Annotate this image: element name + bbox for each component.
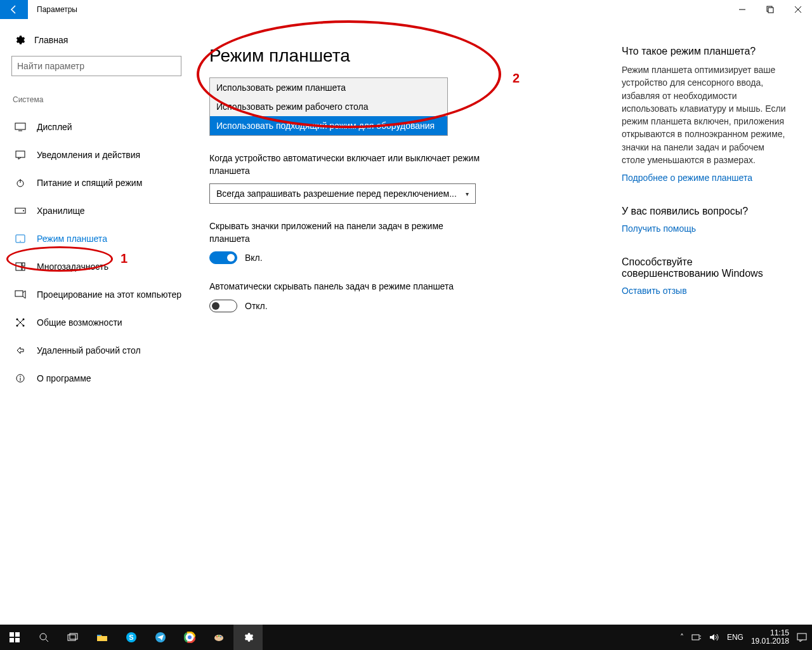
sidebar-item-storage[interactable]: Хранилище: [11, 197, 181, 225]
tablet-icon: [14, 234, 27, 243]
sidebar-item-label: Питание и спящий режим: [37, 178, 142, 188]
sidebar-item-about[interactable]: О программе: [11, 364, 181, 392]
sidebar-item-label: Хранилище: [37, 206, 85, 216]
svg-rect-16: [22, 267, 25, 270]
paint-icon[interactable]: [204, 625, 233, 650]
sidebar-item-projecting[interactable]: Проецирование на этот компьютер: [11, 281, 181, 308]
sidebar: Главная Найти параметр Система Дисплей У…: [0, 19, 190, 625]
svg-rect-27: [10, 638, 14, 642]
svg-rect-17: [15, 291, 23, 296]
info-panel: Что такое режим планшета? Режим планшета…: [622, 46, 799, 625]
close-button[interactable]: [784, 0, 812, 19]
dropdown-option-selected[interactable]: Использовать подходящий режим для оборуд…: [210, 116, 447, 135]
sidebar-item-tablet-mode[interactable]: Режим планшета: [11, 225, 181, 253]
system-tray[interactable]: ˄ ENG 11:15 19.01.2018: [680, 629, 812, 646]
svg-rect-14: [16, 263, 22, 270]
annotation-number-2: 2: [513, 71, 520, 86]
svg-line-30: [46, 639, 48, 642]
setting-label: Скрывать значки приложений на панели зад…: [209, 220, 482, 245]
info-icon: [14, 373, 27, 383]
project-icon: [14, 290, 27, 299]
maximize-button[interactable]: [756, 0, 784, 19]
sidebar-item-remote-desktop[interactable]: Удаленный рабочий стол: [11, 336, 181, 364]
settings-app-icon[interactable]: [233, 625, 263, 650]
home-link[interactable]: Главная: [14, 34, 181, 46]
svg-rect-2: [768, 8, 773, 13]
annotation-number-1: 1: [121, 251, 128, 266]
tray-network-icon[interactable]: [691, 633, 702, 642]
sidebar-item-shared[interactable]: Общие возможности: [11, 308, 181, 336]
setting-label: Когда устройство автоматически включает …: [209, 152, 482, 177]
tray-chevron-up-icon[interactable]: ˄: [680, 633, 684, 642]
svg-rect-31: [68, 635, 75, 640]
notification-icon: [14, 150, 27, 159]
task-view-icon[interactable]: [58, 625, 88, 650]
sidebar-item-label: Проецирование на этот компьютер: [37, 289, 181, 300]
svg-point-13: [20, 241, 21, 242]
file-explorer-icon[interactable]: [88, 625, 117, 650]
sidebar-item-label: О программе: [37, 373, 91, 383]
sidebar-item-display[interactable]: Дисплей: [11, 113, 181, 141]
hide-icons-toggle[interactable]: [209, 251, 237, 264]
tray-date: 19.01.2018: [751, 637, 789, 646]
multitask-icon: [14, 262, 27, 271]
sidebar-item-label: Дисплей: [37, 122, 72, 132]
sidebar-item-multitasking[interactable]: Многозадачность: [11, 253, 181, 281]
signin-mode-dropdown[interactable]: Использовать режим планшета Использовать…: [209, 77, 448, 136]
info-heading: Способствуйте совершенствованию Windows: [622, 256, 789, 279]
info-paragraph: Режим планшета оптимизирует ваше устройс…: [622, 63, 789, 166]
tray-clock[interactable]: 11:15 19.01.2018: [751, 629, 789, 646]
shared-icon: [14, 317, 27, 328]
home-label: Главная: [34, 35, 68, 45]
hide-taskbar-toggle[interactable]: [209, 300, 237, 312]
svg-point-44: [218, 635, 219, 637]
svg-rect-49: [797, 633, 806, 640]
skype-icon[interactable]: S: [117, 625, 146, 650]
svg-rect-46: [692, 635, 699, 640]
back-button[interactable]: [0, 0, 28, 19]
svg-point-11: [23, 210, 24, 211]
get-help-link[interactable]: Получить помощь: [622, 223, 789, 234]
sidebar-item-notifications[interactable]: Уведомления и действия: [11, 141, 181, 169]
main-content: Режим планшета Использовать режим планше…: [190, 19, 812, 625]
tray-lang[interactable]: ENG: [727, 633, 743, 642]
svg-rect-33: [97, 635, 101, 636]
toggle-state: Вкл.: [245, 253, 263, 263]
chevron-down-icon: ▾: [466, 190, 469, 197]
taskbar-search-icon[interactable]: [29, 625, 58, 650]
sidebar-item-label: Уведомления и действия: [37, 150, 140, 160]
svg-point-29: [40, 633, 46, 640]
svg-point-41: [188, 635, 192, 639]
telegram-icon[interactable]: [146, 625, 175, 650]
minimize-button[interactable]: [728, 0, 756, 19]
combo-value: Всегда запрашивать разрешение перед пере…: [216, 189, 457, 199]
info-heading: Что такое режим планшета?: [622, 46, 789, 57]
learn-more-link[interactable]: Подробнее о режиме планшета: [622, 173, 789, 183]
setting-label: Автоматически скрывать панель задач в ре…: [209, 281, 482, 293]
sidebar-item-power[interactable]: Питание и спящий режим: [11, 169, 181, 197]
svg-rect-25: [10, 632, 14, 637]
svg-rect-32: [70, 633, 77, 639]
search-placeholder: Найти параметр: [17, 61, 84, 71]
sidebar-item-label: Режим планшета: [37, 234, 107, 244]
storage-icon: [14, 208, 27, 214]
switch-mode-combo[interactable]: Всегда запрашивать разрешение перед пере…: [209, 183, 476, 204]
page-title: Режим планшета: [209, 46, 482, 66]
svg-rect-5: [15, 123, 25, 129]
search-input[interactable]: Найти параметр: [11, 56, 181, 76]
dropdown-option[interactable]: Использовать режим планшета: [210, 78, 447, 97]
taskbar: S ˄ ENG 11:15 19.01.2018: [0, 625, 812, 650]
chrome-icon[interactable]: [175, 625, 204, 650]
sidebar-item-label: Общие возможности: [37, 317, 122, 328]
svg-point-45: [220, 636, 221, 637]
gear-icon: [14, 34, 25, 46]
sidebar-category: Система: [13, 95, 181, 104]
svg-text:S: S: [129, 633, 133, 641]
feedback-link[interactable]: Оставить отзыв: [622, 286, 789, 296]
tray-volume-icon[interactable]: [709, 633, 719, 642]
window-title: Параметры: [28, 5, 77, 14]
tray-action-center-icon[interactable]: [797, 633, 807, 642]
start-button[interactable]: [0, 625, 29, 650]
svg-point-43: [216, 636, 218, 637]
dropdown-option[interactable]: Использовать режим рабочего стола: [210, 97, 447, 116]
